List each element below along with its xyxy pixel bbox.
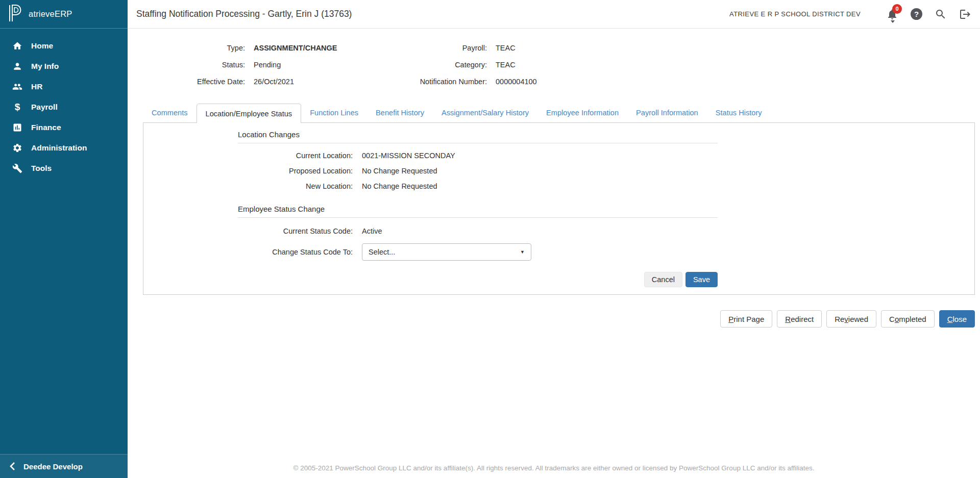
powerschool-logo-icon — [7, 4, 22, 25]
close-button[interactable]: Close — [939, 310, 975, 328]
user-profile-label: Deedee Develop — [23, 462, 83, 471]
change-status-row: Change Status Code To: Select... ▼ — [238, 243, 718, 261]
completed-button[interactable]: Completed — [881, 310, 935, 328]
main-area: Staffing Notification Processing - Gartl… — [128, 0, 980, 478]
save-button[interactable]: Save — [685, 272, 718, 287]
help-button[interactable]: ? — [911, 8, 922, 20]
effective-date-value: 26/Oct/2021 — [254, 77, 389, 87]
tools-icon — [11, 163, 23, 173]
status-value: Pending — [254, 60, 389, 70]
chevron-down-icon: ▼ — [520, 249, 525, 255]
tab-payroll-information[interactable]: Payroll Information — [627, 103, 707, 122]
proposed-location-value: No Change Requested — [362, 166, 718, 176]
change-status-code-label: Change Status Code To: — [238, 248, 353, 256]
logout-button[interactable] — [959, 8, 971, 20]
action-buttons: Print Page Redirect Reviewed Completed C… — [128, 310, 975, 328]
chevron-left-icon — [9, 462, 16, 471]
tab-assignment-salary-history[interactable]: Assignment/Salary History — [433, 103, 537, 122]
print-page-button[interactable]: Print Page — [720, 310, 772, 328]
payroll-value: TEAC — [496, 43, 980, 53]
sidebar-item-home[interactable]: Home — [0, 36, 128, 56]
logout-icon — [959, 8, 971, 20]
dollar-icon: $ — [11, 102, 23, 112]
effective-date-label: Effective Date: — [128, 77, 245, 87]
tab-benefit-history[interactable]: Benefit History — [367, 103, 433, 122]
app-window: atrieveERP Home My Info HR $ Payroll Fin… — [0, 0, 980, 478]
tab-comments[interactable]: Comments — [143, 103, 197, 122]
user-icon — [11, 61, 23, 71]
tab-employee-information[interactable]: Employee Information — [537, 103, 627, 122]
topbar: Staffing Notification Processing - Gartl… — [128, 0, 980, 29]
notification-badge: 0 — [892, 4, 902, 14]
tab-panel: Location Changes Current Location: 0021-… — [143, 122, 975, 295]
sidebar-item-my-info[interactable]: My Info — [0, 56, 128, 77]
type-value: ASSIGNMENT/CHANGE — [254, 43, 389, 53]
type-label: Type: — [128, 43, 245, 53]
tab-function-lines[interactable]: Function Lines — [301, 103, 367, 122]
current-status-code-value: Active — [362, 226, 718, 236]
category-value: TEAC — [496, 60, 980, 70]
change-status-select-value: Select... — [369, 248, 395, 256]
bar-chart-icon — [11, 122, 23, 133]
copyright-footer: © 2005-2021 PowerSchool Group LLC and/or… — [128, 464, 980, 472]
tab-status-history[interactable]: Status History — [707, 103, 771, 122]
users-icon — [11, 82, 23, 92]
search-icon — [935, 8, 947, 20]
location-changes-rows: Current Location: 0021-MISSION SECONDAY … — [238, 150, 718, 191]
org-name: ATRIEVE E R P SCHOOL DISTRICT DEV — [729, 10, 861, 18]
notification-number-value: 0000004100 — [496, 77, 980, 87]
search-button[interactable] — [935, 8, 947, 20]
brand: atrieveERP — [0, 0, 128, 29]
current-status-row: Current Status Code: Active — [238, 226, 718, 236]
panel-buttons: Cancel Save — [238, 272, 718, 287]
sidebar-item-tools[interactable]: Tools — [0, 158, 128, 179]
notification-summary: Type: ASSIGNMENT/CHANGE Payroll: TEAC St… — [128, 29, 980, 87]
reviewed-button[interactable]: Reviewed — [826, 310, 876, 328]
sidebar-nav: Home My Info HR $ Payroll Finance Admini… — [0, 29, 128, 179]
current-location-value: 0021-MISSION SECONDAY — [362, 150, 718, 161]
sidebar-item-finance[interactable]: Finance — [0, 117, 128, 138]
new-location-label: New Location: — [238, 181, 353, 191]
change-status-select[interactable]: Select... ▼ — [362, 243, 531, 261]
page-title: Staffing Notification Processing - Gartl… — [136, 9, 352, 19]
location-changes-title: Location Changes — [238, 130, 718, 143]
sidebar-item-administration[interactable]: Administration — [0, 138, 128, 158]
brand-label: atrieveERP — [29, 9, 72, 19]
employee-status-change-title: Employee Status Change — [238, 205, 718, 218]
payroll-label: Payroll: — [398, 43, 487, 53]
category-label: Category: — [398, 60, 487, 70]
tabstrip: Comments Location/Employee Status Functi… — [143, 103, 975, 122]
notifications-button[interactable]: 0 — [886, 8, 898, 20]
sidebar-collapse-toggle[interactable]: Deedee Develop — [0, 454, 128, 478]
caret-down-icon — [891, 20, 895, 23]
tab-location-employee-status[interactable]: Location/Employee Status — [197, 104, 302, 123]
proposed-location-label: Proposed Location: — [238, 166, 353, 176]
sidebar-item-hr[interactable]: HR — [0, 77, 128, 97]
redirect-button[interactable]: Redirect — [777, 310, 822, 328]
sidebar-item-payroll[interactable]: $ Payroll — [0, 97, 128, 117]
gear-icon — [11, 143, 23, 153]
home-icon — [11, 41, 23, 51]
sidebar: atrieveERP Home My Info HR $ Payroll Fin… — [0, 0, 128, 478]
cancel-button[interactable]: Cancel — [644, 272, 682, 287]
new-location-value: No Change Requested — [362, 181, 718, 191]
status-label: Status: — [128, 60, 245, 70]
notification-number-label: Notification Number: — [398, 77, 487, 87]
current-location-label: Current Location: — [238, 150, 353, 161]
help-icon: ? — [911, 8, 922, 20]
current-status-code-label: Current Status Code: — [238, 226, 353, 236]
